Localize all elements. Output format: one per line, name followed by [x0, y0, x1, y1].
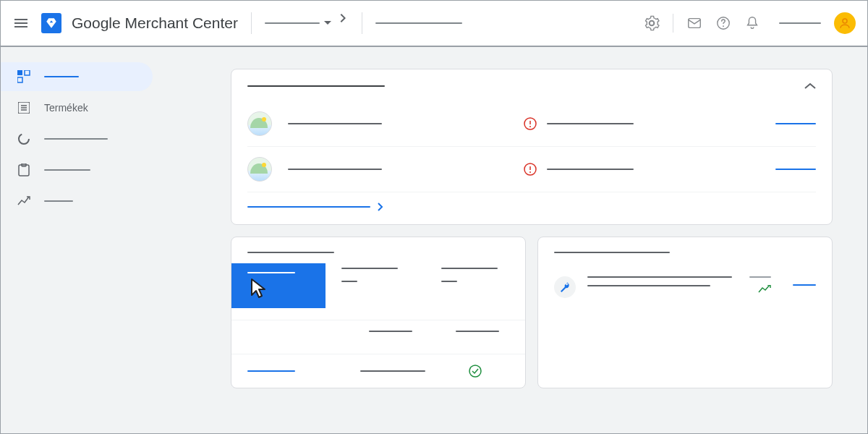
product-name	[288, 123, 382, 124]
divider	[251, 12, 252, 34]
merchant-center-logo	[41, 13, 61, 33]
card-title	[554, 252, 670, 253]
card-title	[247, 85, 385, 88]
progress-circle-icon	[17, 132, 31, 146]
trend-up-icon	[17, 194, 31, 208]
svg-point-12	[19, 134, 29, 144]
tool-line-2	[587, 285, 710, 286]
issues-card	[231, 69, 833, 225]
issue-status	[524, 117, 634, 130]
sidebar-nav: Termékek	[1, 47, 158, 433]
svg-point-21	[469, 365, 481, 377]
status-text	[547, 123, 634, 124]
stat-value	[341, 281, 357, 282]
mail-icon[interactable]	[686, 15, 702, 31]
tool-stat	[749, 276, 771, 294]
product-name	[288, 169, 382, 170]
stat-header	[341, 268, 398, 269]
stat-value	[749, 276, 771, 278]
list-icon	[17, 101, 31, 115]
tool-action-link[interactable]	[793, 284, 816, 286]
tool-metrics	[749, 276, 816, 294]
sidebar-item-products[interactable]: Termékek	[1, 93, 153, 122]
svg-rect-1	[689, 19, 701, 28]
stat-row-2	[231, 320, 525, 354]
svg-rect-5	[17, 70, 22, 75]
stat-column	[341, 268, 398, 308]
tool-item-row[interactable]	[554, 276, 816, 298]
sidebar-item-growth[interactable]	[1, 187, 153, 216]
issue-status	[524, 163, 634, 176]
chevron-right-icon	[340, 14, 346, 22]
stat-header	[456, 331, 499, 332]
card-title	[247, 252, 334, 253]
stat-column	[456, 331, 499, 344]
app-title: Google Merchant Center	[72, 14, 238, 32]
stat-value	[441, 281, 457, 282]
bottom-cards-row	[231, 237, 833, 388]
svg-rect-6	[25, 70, 30, 75]
divider	[673, 14, 673, 33]
svg-point-17	[529, 126, 531, 127]
issue-action-link[interactable]	[775, 123, 816, 125]
stat-column	[441, 268, 498, 308]
search-placeholder[interactable]	[375, 22, 462, 24]
product-thumbnail	[247, 111, 272, 136]
stat-footer-link[interactable]	[247, 370, 295, 373]
stat-spacer	[247, 331, 326, 344]
sidebar-item-performance[interactable]	[1, 124, 153, 153]
dropdown-caret-icon	[324, 21, 331, 25]
stats-card	[231, 237, 526, 388]
issue-row[interactable]	[247, 147, 816, 192]
stat-header	[441, 268, 498, 269]
link-text	[247, 206, 370, 208]
dashboard-icon	[17, 69, 31, 84]
account-label[interactable]	[779, 22, 821, 24]
tools-card	[537, 237, 833, 388]
collapse-chevron-up-icon[interactable]	[804, 82, 816, 90]
checkmark-circle-icon	[469, 365, 482, 378]
content-area	[158, 47, 867, 433]
stat-footer-text	[360, 370, 425, 372]
featured-stat-tile[interactable]	[231, 263, 326, 308]
divider	[362, 12, 362, 34]
app-header: Google Merchant Center	[1, 1, 867, 47]
header-actions	[644, 12, 856, 34]
stat-columns	[326, 263, 509, 308]
cursor-pointer-icon	[249, 276, 273, 301]
user-avatar[interactable]	[834, 12, 856, 34]
trend-up-icon	[758, 285, 771, 294]
sidebar-item-label	[44, 169, 90, 171]
account-name-placeholder	[265, 22, 320, 24]
sidebar-item-overview[interactable]	[1, 62, 153, 91]
tool-description	[587, 276, 738, 286]
notifications-bell-icon[interactable]	[744, 15, 760, 31]
status-text	[547, 169, 634, 170]
help-icon[interactable]	[715, 15, 731, 31]
featured-stat-label	[247, 272, 295, 273]
card-header	[247, 82, 816, 90]
stat-header	[369, 331, 412, 332]
error-circle-icon	[524, 117, 537, 130]
stats-grid	[247, 263, 509, 308]
account-selector[interactable]	[265, 21, 336, 25]
error-circle-icon	[524, 163, 537, 176]
hamburger-menu-icon[interactable]	[12, 14, 30, 32]
view-all-link[interactable]	[247, 203, 816, 211]
clipboard-icon	[17, 163, 31, 177]
svg-point-20	[529, 171, 531, 173]
issue-action-link[interactable]	[775, 169, 816, 171]
chevron-right-icon	[378, 203, 383, 211]
stat-footer-row	[231, 354, 525, 388]
svg-point-3	[723, 25, 724, 27]
sidebar-item-marketing[interactable]	[1, 156, 153, 184]
sidebar-item-label	[44, 76, 79, 77]
wrench-icon	[554, 276, 576, 298]
svg-point-4	[843, 19, 847, 23]
tool-line-1	[587, 276, 732, 278]
sidebar-item-label	[44, 138, 108, 140]
issue-row[interactable]	[247, 101, 816, 147]
settings-gear-icon[interactable]	[644, 15, 660, 31]
product-thumbnail	[247, 157, 272, 182]
svg-rect-7	[17, 77, 22, 82]
